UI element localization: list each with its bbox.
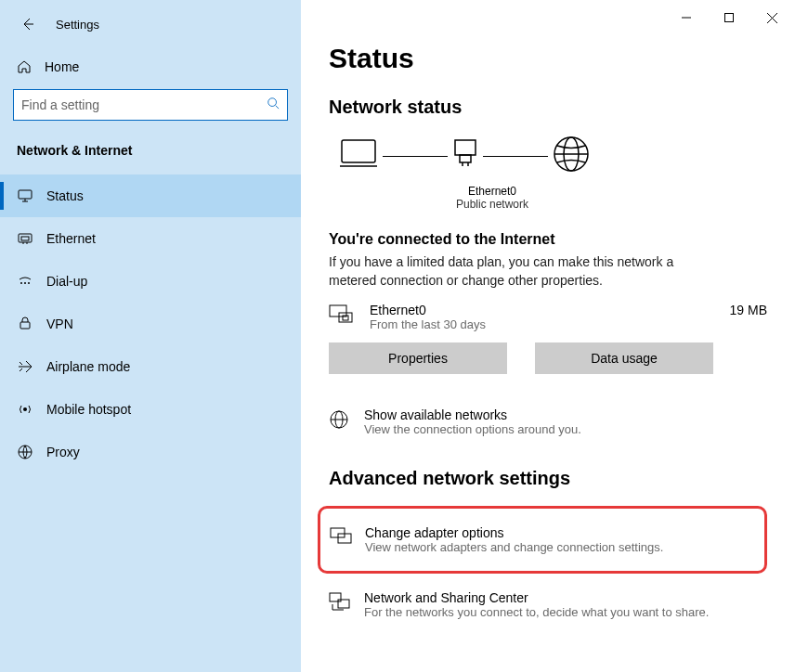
nav-item-airplane[interactable]: Airplane mode	[0, 345, 301, 388]
search-input[interactable]	[21, 97, 267, 112]
section-network-status: Network status	[329, 97, 767, 118]
svg-rect-22	[455, 140, 476, 155]
nav-item-status[interactable]: Status	[0, 174, 301, 217]
show-networks-row[interactable]: Show available networks View the connect…	[329, 400, 767, 444]
home-label: Home	[45, 59, 79, 74]
search-icon	[267, 97, 280, 113]
page-title: Status	[329, 43, 767, 74]
properties-button[interactable]: Properties	[329, 342, 507, 374]
maximize-button[interactable]	[708, 4, 750, 32]
nav-label: VPN	[46, 317, 73, 331]
svg-line-2	[276, 106, 280, 110]
svg-rect-7	[21, 237, 29, 240]
globe-small-icon	[329, 409, 351, 433]
data-usage-button[interactable]: Data usage	[535, 342, 713, 374]
adapter-options-sub: View network adapters and change connect…	[365, 540, 663, 554]
back-button[interactable]	[17, 13, 39, 35]
svg-rect-29	[330, 305, 346, 317]
minimize-button[interactable]	[665, 4, 708, 32]
show-networks-title: Show available networks	[364, 407, 581, 422]
connection-row: Ethernet0 From the last 30 days 19 MB	[329, 303, 767, 331]
connection-icon	[329, 304, 353, 329]
svg-point-11	[24, 282, 26, 284]
svg-rect-6	[19, 234, 32, 242]
svg-point-14	[23, 407, 27, 411]
nav-label: Proxy	[46, 445, 80, 459]
svg-point-12	[28, 282, 30, 284]
nav-item-proxy[interactable]: Proxy	[0, 431, 301, 473]
nav-list: Status Ethernet Dial-up VPN	[0, 174, 301, 473]
connection-name: Ethernet0	[370, 303, 486, 317]
nav-item-hotspot[interactable]: Mobile hotspot	[0, 388, 301, 431]
adapter-icon	[451, 138, 479, 174]
proxy-icon	[17, 444, 33, 460]
ethernet-icon	[17, 230, 33, 247]
connected-sub: If you have a limited data plan, you can…	[329, 253, 700, 290]
category-header: Network & Internet	[0, 132, 301, 169]
nav-label: Ethernet	[46, 231, 96, 246]
change-adapter-row[interactable]: Change adapter options View network adap…	[330, 518, 755, 562]
svg-rect-20	[342, 140, 375, 162]
sharing-center-sub: For the networks you connect to, decide …	[364, 605, 709, 619]
network-diagram	[338, 135, 767, 177]
show-networks-sub: View the connection options around you.	[364, 422, 581, 436]
svg-rect-13	[20, 322, 30, 329]
status-icon	[17, 187, 33, 204]
svg-rect-17	[725, 14, 734, 22]
nav-item-dialup[interactable]: Dial-up	[0, 260, 301, 303]
svg-rect-38	[338, 600, 349, 608]
svg-point-10	[20, 282, 22, 284]
adapter-options-icon	[330, 527, 352, 549]
svg-rect-37	[330, 593, 341, 601]
search-input-wrap[interactable]	[13, 89, 288, 121]
connection-range: From the last 30 days	[370, 317, 486, 331]
nav-item-ethernet[interactable]: Ethernet	[0, 217, 301, 260]
sidebar: Settings Home Network & Internet Stat	[0, 0, 301, 672]
nav-label: Airplane mode	[46, 359, 130, 374]
svg-rect-23	[460, 155, 471, 162]
connection-usage: 19 MB	[730, 303, 767, 317]
sharing-center-row[interactable]: Network and Sharing Center For the netwo…	[329, 583, 767, 627]
dialup-icon	[17, 273, 33, 290]
window-title: Settings	[56, 18, 99, 32]
diagram-adapter-name: Ethernet0	[437, 185, 548, 198]
nav-label: Status	[46, 188, 84, 203]
connected-heading: You're connected to the Internet	[329, 231, 767, 248]
nav-label: Dial-up	[46, 274, 87, 289]
annotation-highlight: Change adapter options View network adap…	[318, 506, 767, 574]
advanced-heading: Advanced network settings	[329, 468, 767, 489]
close-button[interactable]	[750, 4, 793, 32]
vpn-icon	[17, 316, 33, 332]
sharing-center-icon	[329, 592, 351, 616]
home-nav[interactable]: Home	[0, 50, 301, 84]
computer-icon	[338, 136, 379, 175]
nav-label: Mobile hotspot	[46, 402, 131, 417]
adapter-options-title: Change adapter options	[365, 525, 663, 540]
main-content: Status Network status Ethernet0 Public n…	[301, 0, 795, 672]
nav-item-vpn[interactable]: VPN	[0, 303, 301, 345]
sharing-center-title: Network and Sharing Center	[364, 590, 709, 605]
globe-icon	[552, 135, 591, 177]
airplane-icon	[17, 358, 33, 375]
hotspot-icon	[17, 401, 33, 418]
diagram-profile: Public network	[437, 198, 548, 211]
svg-point-1	[268, 98, 277, 107]
home-icon	[17, 59, 32, 74]
svg-rect-3	[19, 190, 32, 199]
